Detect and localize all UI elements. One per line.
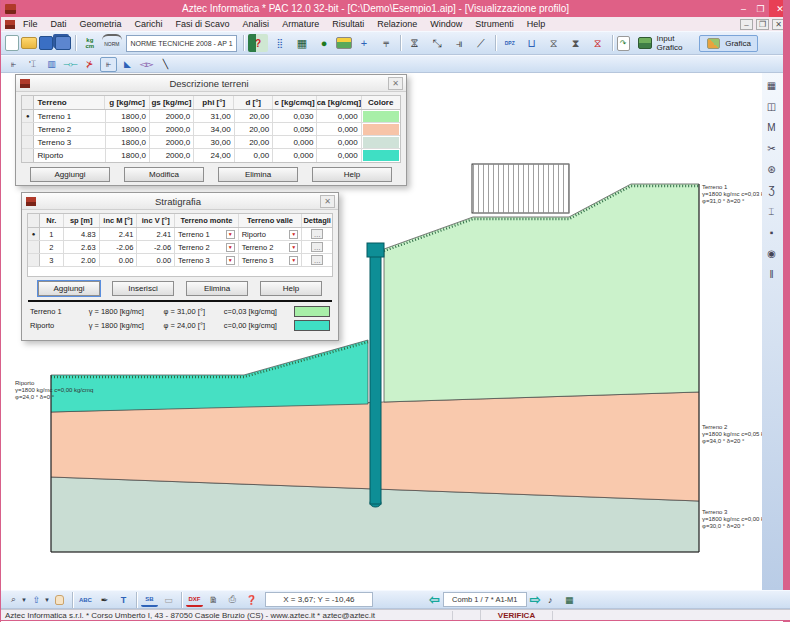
labels-icon[interactable]: ABC [77, 592, 94, 607]
dpz-diagram-icon[interactable]: DPZ [500, 34, 520, 52]
bricks-tool-icon[interactable]: ▦ [764, 78, 780, 93]
menu-dati[interactable]: Dati [51, 19, 67, 29]
minimize-button[interactable]: – [735, 0, 752, 17]
line-tool-icon[interactable]: ╲ [157, 57, 174, 72]
stratigrafia-dialog-titlebar[interactable]: Stratigrafia ✕ [22, 193, 338, 210]
pile-cap[interactable] [367, 243, 384, 257]
pointer-pin-icon[interactable]: ✒ [96, 592, 113, 607]
valle-dropdown-icon[interactable]: ▼ [289, 230, 298, 239]
aggiungi-button[interactable]: Aggiungi [38, 281, 100, 296]
wall-cap-tool-icon[interactable]: ◫ [764, 99, 780, 114]
bricks-icon[interactable]: ▦ [292, 34, 312, 52]
pile-anchor-icon[interactable]: ⤡ [427, 34, 447, 52]
anchor-tool-icon[interactable]: Ʒ [764, 183, 780, 198]
terreni-row-3[interactable]: Terreno 3 1800,0 2000,0 30,00 20,00 0,00… [22, 136, 400, 149]
load-triangle-icon[interactable]: ◣ [119, 57, 136, 72]
next-combination-icon[interactable]: ⇨ [530, 592, 541, 607]
load-shapes-icon[interactable]: ◅▻ [138, 57, 155, 72]
profile-tool-icon[interactable]: ⫦ [100, 57, 117, 72]
section-u-icon[interactable]: ⊔ [522, 34, 542, 52]
axes-icon[interactable]: + [354, 34, 374, 52]
pile-icon[interactable]: ꇻ [405, 34, 425, 52]
mdi-restore-button[interactable]: ❐ [756, 19, 769, 30]
maximize-button[interactable]: ❐ [752, 0, 769, 17]
modifica-button[interactable]: Modifica [124, 167, 204, 182]
print-preview-icon[interactable]: ⎙ [224, 592, 241, 607]
wall-dimension-icon[interactable]: ⫧ [376, 34, 396, 52]
strati-row-1[interactable]: ● 1 4.83 2.41 2.41 Terreno 1▼ Riporto▼ … [28, 228, 332, 241]
menu-geometria[interactable]: Geometria [80, 19, 122, 29]
aggiungi-button[interactable]: Aggiungi [30, 167, 110, 182]
tirante-icon[interactable]: ⊁ [81, 57, 98, 72]
section-fill-icon[interactable]: ▪ [764, 225, 780, 240]
prev-combination-icon[interactable]: ⇦ [429, 592, 440, 607]
scalebar-icon[interactable]: SB [141, 592, 158, 607]
scissors-icon[interactable]: ✂ [764, 141, 780, 156]
note-icon[interactable]: ♪ [542, 592, 559, 607]
zoom-extents-icon[interactable]: ⇧ [28, 592, 45, 607]
help-globe-icon[interactable]: ❓ [243, 592, 260, 607]
wall-section-icon[interactable]: ⫦ [5, 57, 22, 72]
column-icon[interactable]: '⌶ [24, 57, 41, 72]
dettagli-button[interactable]: … [311, 229, 323, 239]
monte-dropdown-icon[interactable]: ▼ [226, 256, 235, 265]
menu-file[interactable]: File [23, 19, 38, 29]
terreni-row-2[interactable]: Terreno 2 1800,0 2000,0 34,00 20,00 0,05… [22, 123, 400, 136]
menu-relazione[interactable]: Relazione [377, 19, 417, 29]
dimension-m-icon[interactable]: M [764, 120, 780, 135]
units-kgcm-icon[interactable]: kgcm [80, 34, 100, 52]
save-all-icon[interactable] [55, 36, 71, 50]
terreni-row-1[interactable]: ● Terreno 1 1800,0 2000,0 31,00 20,00 0,… [22, 110, 400, 123]
text-tool-icon[interactable]: T [115, 592, 132, 607]
terreni-close-icon[interactable]: ✕ [388, 77, 403, 90]
help-button[interactable]: Help [260, 281, 322, 296]
save-icon[interactable] [39, 36, 53, 50]
menu-window[interactable]: Window [430, 19, 462, 29]
vegetation-icon[interactable]: ● [314, 34, 334, 52]
monte-dropdown-icon[interactable]: ▼ [226, 230, 235, 239]
inserisci-button[interactable]: Inserisci [112, 281, 174, 296]
normative-selector[interactable]: NORME TECNICHE 2008 - AP 1 [126, 35, 237, 52]
bars-icon[interactable]: ‖ [764, 267, 780, 282]
profile-points-icon[interactable]: ⣿ [270, 34, 290, 52]
dettagli-button[interactable]: … [311, 255, 323, 265]
export-report-icon[interactable]: ↷ [617, 36, 630, 51]
ibeam-icon[interactable]: ⌶ [764, 204, 780, 219]
pile-raked-icon[interactable]: ⟋ [471, 34, 491, 52]
help-button[interactable]: Help [312, 167, 392, 182]
profile-canvas[interactable]: Terreno 1 γ=1800 kg/mc c=0,03 kg/cmq φ=3… [1, 73, 762, 590]
menu-carichi[interactable]: Carichi [135, 19, 163, 29]
wall-data-icon[interactable]: ? [248, 34, 268, 52]
valle-dropdown-icon[interactable]: ▼ [289, 256, 298, 265]
verify-geo-icon[interactable]: ⧖ [544, 34, 564, 52]
dxf-export-icon[interactable]: DXF [186, 592, 203, 607]
menu-armature[interactable]: Armature [282, 19, 319, 29]
pile-tieback-icon[interactable]: ⫣ [449, 34, 469, 52]
stratigrafia-close-icon[interactable]: ✕ [320, 195, 335, 208]
elimina-button[interactable]: Elimina [218, 167, 298, 182]
elimina-button[interactable]: Elimina [186, 281, 248, 296]
valle-dropdown-icon[interactable]: ▼ [289, 243, 298, 252]
verify-stop-icon[interactable]: ⧖ [588, 34, 608, 52]
ruler-icon[interactable]: ▭ [160, 592, 177, 607]
diaphragm-icon[interactable]: ▥ [43, 57, 60, 72]
pile-shaft[interactable] [370, 255, 381, 504]
strati-row-3[interactable]: 3 2.00 0.00 0.00 Terreno 3▼ Terreno 3▼ … [28, 254, 332, 267]
stamp-icon[interactable]: ◉ [764, 246, 780, 261]
normative-icon[interactable]: NORM [102, 34, 122, 52]
input-grafico-button[interactable]: Input Grafico [631, 32, 700, 54]
table-view-icon[interactable]: ▦ [561, 592, 578, 607]
dettagli-button[interactable]: … [311, 242, 323, 252]
terreni-row-4[interactable]: Riporto 1800,0 2000,0 24,00 0,00 0,000 0… [22, 149, 400, 162]
anchors-icon[interactable]: ⤙⤚ [62, 57, 79, 72]
soil-layers-icon[interactable] [336, 37, 352, 49]
menu-fasi-di-scavo[interactable]: Fasi di Scavo [176, 19, 230, 29]
open-file-icon[interactable] [21, 37, 37, 49]
menu-strumenti[interactable]: Strumenti [475, 19, 514, 29]
combination-selector[interactable]: Comb 1 / 7 * A1-M1 [443, 592, 527, 607]
menu-analisi[interactable]: Analisi [243, 19, 270, 29]
grafica-button[interactable]: Grafica [699, 35, 758, 52]
verify-str-icon[interactable]: ⧗ [566, 34, 586, 52]
pan-hand-icon[interactable] [51, 592, 68, 607]
mdi-minimize-button[interactable]: – [740, 19, 753, 30]
